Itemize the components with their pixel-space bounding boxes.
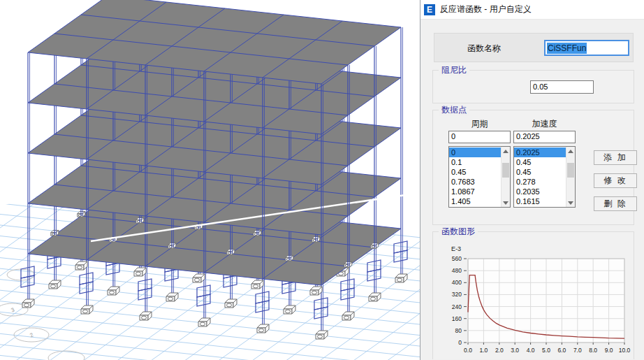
selected-text: CiSSFFun [547,43,587,54]
support-icon [310,287,322,295]
acceleration-column-header: 加速度 [513,118,576,130]
support-icon [284,305,295,314]
modify-button[interactable]: 修 改 [594,173,637,188]
support-icon [166,293,178,301]
scroll-down-icon[interactable] [566,199,575,207]
svg-text:5.0: 5.0 [542,347,550,354]
list-item[interactable]: 0.45 [449,167,501,177]
grid-bubble: 2 [14,328,49,342]
datapoints-group-label: 数据点 [439,104,469,116]
period-list-scrollbar[interactable] [501,147,510,207]
period-column-header: 周期 [448,118,511,130]
support-icon [395,274,407,282]
svg-text:3.0: 3.0 [511,347,519,354]
acceleration-input[interactable]: 0.2025 [513,131,576,143]
svg-text:320: 320 [452,291,462,298]
svg-text:7.0: 7.0 [573,347,582,354]
support-icon [108,287,119,295]
support-icon [225,299,237,308]
acceleration-list[interactable]: 0.20250.450.450.2780.20350.1615 [513,146,576,208]
grid-bubble [48,351,85,360]
svg-text:3: 3 [10,306,15,313]
delete-button[interactable]: 删 除 [594,196,637,211]
svg-text:10.0: 10.0 [619,347,631,354]
list-item[interactable]: 0.278 [514,177,566,187]
support-icon [140,312,152,320]
list-item[interactable]: 0 [449,147,501,157]
support-icon [49,280,61,289]
period-input[interactable]: 0 [448,131,511,143]
list-item[interactable]: 0.2035 [514,187,566,196]
scroll-thumb[interactable] [502,163,509,178]
list-item[interactable]: 1.0867 [449,187,501,196]
function-name-input[interactable]: CiSSFFun [544,40,629,56]
list-item[interactable]: 0.45 [514,167,566,177]
scroll-down-icon[interactable] [502,199,510,207]
period-list[interactable]: 00.10.450.76831.08671.405 [448,146,511,208]
function-name-label: 函数名称 [467,43,501,55]
svg-text:240: 240 [452,303,462,310]
dialog-titlebar[interactable]: E 反应谱函数 - 用户自定义 [420,0,644,20]
list-item[interactable]: 0.45 [514,157,566,167]
svg-text:0: 0 [458,339,462,346]
list-item[interactable]: 0.1615 [514,196,566,206]
support-icon [22,299,34,308]
support-icon [134,268,146,276]
svg-text:80: 80 [455,327,462,334]
spectrum-chart: 0801602403204004805600.01.02.03.04.05.06… [433,232,634,359]
add-button[interactable]: 添 加 [594,150,637,165]
support-icon [193,274,205,282]
dialog-title: 反应谱函数 - 用户自定义 [440,3,532,15]
support-icon [342,312,354,320]
application-window: 32 E 反应谱函数 - 用户自定义 函数名称 CiSSFFun 阻尼比 0.0… [0,0,644,360]
svg-text:9.0: 9.0 [605,347,613,354]
scroll-thumb[interactable] [567,163,574,178]
app-icon: E [424,4,435,15]
function-graph-group: 函数图形 0801602403204004805600.01.02.03.04.… [432,231,634,359]
svg-text:1.0: 1.0 [479,347,488,354]
svg-text:560: 560 [452,255,462,262]
support-icon [81,305,93,314]
response-spectrum-dialog: E 反应谱函数 - 用户自定义 函数名称 CiSSFFun 阻尼比 0.05 数… [420,0,644,360]
svg-text:4.0: 4.0 [527,347,535,354]
scroll-up-icon[interactable] [502,147,510,155]
damping-group-label: 阻尼比 [439,64,469,76]
support-icon [198,318,210,326]
support-icon [257,324,269,333]
acceleration-list-scrollbar[interactable] [566,147,575,207]
svg-text:480: 480 [452,267,462,274]
damping-group: 阻尼比 0.05 [432,70,634,103]
list-item[interactable]: 0.7683 [449,177,501,187]
svg-text:2.0: 2.0 [495,347,504,354]
svg-text:8.0: 8.0 [589,347,597,354]
support-icon [251,280,263,289]
svg-text:0.0: 0.0 [464,347,472,354]
list-item[interactable]: 1.405 [449,196,501,206]
svg-text:160: 160 [452,315,462,322]
svg-text:E-3: E-3 [451,245,461,252]
support-icon [75,261,87,270]
support-icon [369,293,381,301]
function-name-panel: 函数名称 CiSSFFun [434,33,634,62]
svg-text:6.0: 6.0 [557,347,566,354]
svg-text:400: 400 [452,279,462,286]
scroll-up-icon[interactable] [566,147,575,155]
list-item[interactable]: 0.1 [449,157,501,167]
list-item[interactable]: 0.2025 [514,147,566,157]
damping-ratio-input[interactable]: 0.05 [530,80,594,94]
datapoints-group: 数据点 周期 加速度 0 0.2025 00.10.450.76831.0867… [432,110,634,225]
support-icon [316,331,328,339]
model-3d-view[interactable]: 32 [0,0,420,360]
svg-text:2: 2 [29,331,34,338]
